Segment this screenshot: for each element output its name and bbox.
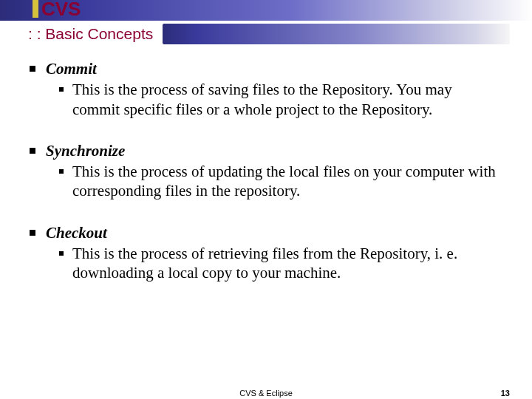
slide-subtitle: : : Basic Concepts [28, 25, 153, 43]
item-desc: This is the process of updating the loca… [72, 162, 502, 201]
item-body: Synchronize This is the process of updat… [46, 141, 502, 201]
item-body: Checkout This is the process of retrievi… [46, 223, 502, 283]
list-item: Commit This is the process of saving fil… [30, 59, 502, 119]
item-term: Checkout [46, 223, 502, 242]
content-area: Commit This is the process of saving fil… [0, 44, 532, 282]
list-item: Checkout This is the process of retrievi… [30, 223, 502, 283]
item-term: Commit [46, 59, 502, 78]
sub-item: This is the process of saving files to t… [46, 80, 502, 119]
sub-bullet-icon [59, 87, 64, 92]
sub-bullet-icon [59, 169, 64, 174]
title-accent [33, 0, 38, 18]
footer-text: CVS & Eclipse [0, 389, 532, 398]
subtitle-gradient [163, 24, 510, 44]
subtitle-bar: : : Basic Concepts [0, 24, 532, 44]
title-bar: CVS [0, 0, 532, 21]
bullet-icon [30, 230, 35, 236]
item-desc: This is the process of saving files to t… [72, 80, 502, 119]
list-item: Synchronize This is the process of updat… [30, 141, 502, 201]
sub-bullet-icon [59, 251, 64, 256]
sub-item: This is the process of retrieving files … [46, 244, 502, 283]
sub-item: This is the process of updating the loca… [46, 162, 502, 201]
item-term: Synchronize [46, 141, 502, 160]
bullet-icon [30, 148, 35, 154]
page-number: 13 [501, 389, 510, 398]
slide-title: CVS [41, 0, 81, 21]
item-desc: This is the process of retrieving files … [72, 244, 502, 283]
bullet-icon [30, 66, 35, 72]
item-body: Commit This is the process of saving fil… [46, 59, 502, 119]
